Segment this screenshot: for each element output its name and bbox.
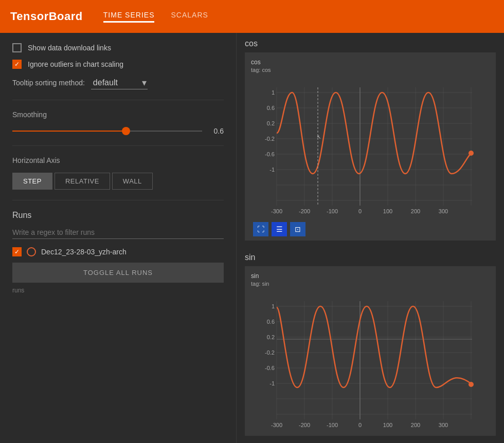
svg-text:100: 100 (383, 208, 392, 214)
smoothing-value: 0.6 (208, 127, 224, 135)
slider-thumb[interactable] (122, 127, 130, 135)
cos-expand-btn[interactable]: ⛶ (253, 222, 268, 236)
cos-chart-svg: 1 0.6 0.2 -0.2 -0.6 -1 -300 -200 -100 (251, 77, 477, 216)
logo: TensorBoard (10, 10, 83, 23)
smoothing-section: Smoothing 0.6 (12, 110, 224, 146)
svg-text:-0.2: -0.2 (265, 349, 275, 356)
nav-item-timeseries[interactable]: TIME SERIES (103, 11, 155, 23)
runs-title: Runs (12, 211, 224, 220)
svg-text:-0.2: -0.2 (265, 136, 275, 142)
cos-list-btn[interactable]: ☰ (272, 222, 287, 236)
run-item: Dec12_23-28-03_yzh-arch (12, 247, 224, 256)
show-download-checkbox[interactable] (12, 43, 22, 52)
ignore-outliers-label: Ignore outliers in chart scaling (28, 60, 123, 68)
svg-text:200: 200 (411, 208, 420, 214)
svg-text:0: 0 (358, 422, 362, 428)
sin-chart-svg: 1 0.6 0.2 -0.2 -0.6 -1 -300 -200 -100 (251, 291, 477, 430)
main-layout: Show data download links Ignore outliers… (0, 33, 504, 443)
svg-text:-300: -300 (271, 208, 282, 214)
svg-text:1: 1 (272, 303, 275, 309)
smoothing-slider[interactable] (12, 131, 202, 132)
show-download-row[interactable]: Show data download links (12, 43, 224, 52)
slider-row: 0.6 (12, 127, 224, 135)
content-area: cos cos tag: cos (237, 33, 504, 443)
checkbox-section: Show data download links Ignore outliers… (12, 43, 224, 100)
svg-text:0.6: 0.6 (267, 105, 275, 111)
axis-buttons: STEP RELATIVE WALL (12, 173, 224, 190)
svg-text:200: 200 (411, 422, 420, 428)
svg-text:0: 0 (358, 208, 362, 214)
runs-section: Runs Dec12_23-28-03_yzh-arch TOGGLE ALL … (12, 211, 224, 294)
cos-chart-section: cos cos tag: cos (237, 33, 504, 247)
header: TensorBoard TIME SERIES SCALARS (0, 0, 504, 33)
svg-text:0.6: 0.6 (267, 319, 275, 325)
svg-text:0.2: 0.2 (267, 120, 275, 126)
run-color-dot (27, 247, 36, 256)
runs-footer: runs (12, 287, 224, 294)
show-download-label: Show data download links (28, 44, 111, 52)
svg-text:-100: -100 (327, 422, 338, 428)
tooltip-select[interactable]: default ascending descending (91, 76, 148, 89)
toggle-all-button[interactable]: TOGGLE ALL RUNS (12, 263, 224, 283)
sin-inner-tag: tag: sin (251, 281, 490, 287)
sin-chart-svg-wrap: 1 0.6 0.2 -0.2 -0.6 -1 -300 -200 -100 (251, 291, 490, 432)
nav-item-scalars[interactable]: SCALARS (171, 11, 208, 23)
svg-text:300: 300 (439, 422, 448, 428)
sin-section-title: sin (245, 253, 496, 262)
sin-inner-title: sin (251, 272, 490, 280)
smoothing-title: Smoothing (12, 110, 224, 119)
svg-text:0.2: 0.2 (267, 334, 275, 340)
svg-text:-100: -100 (327, 208, 338, 214)
tooltip-row: Tooltip sorting method: default ascendin… (12, 76, 224, 89)
svg-text:-300: -300 (271, 422, 282, 428)
ignore-outliers-row[interactable]: Ignore outliers in chart scaling (12, 60, 224, 69)
tooltip-select-wrapper: default ascending descending ▾ (91, 76, 148, 89)
svg-text:100: 100 (383, 422, 392, 428)
axis-title: Horizontal Axis (12, 156, 224, 164)
svg-text:-1: -1 (269, 167, 275, 173)
svg-text:-1: -1 (269, 380, 275, 386)
run-checkbox[interactable] (12, 247, 22, 256)
run-name: Dec12_23-28-03_yzh-arch (41, 248, 127, 256)
list-icon: ☰ (276, 225, 283, 233)
sin-chart-section: sin sin tag: sin (237, 247, 504, 442)
ignore-outliers-checkbox[interactable] (12, 60, 22, 69)
nav: TIME SERIES SCALARS (103, 11, 208, 23)
cos-chart-container: cos tag: cos (245, 52, 496, 241)
svg-text:-0.6: -0.6 (265, 365, 275, 371)
axis-btn-wall[interactable]: WALL (112, 173, 153, 190)
tooltip-label: Tooltip sorting method: (12, 79, 85, 87)
cos-inner-tag: tag: cos (251, 67, 490, 73)
sin-chart-container: sin tag: sin (245, 266, 496, 436)
axis-btn-relative[interactable]: RELATIVE (55, 173, 110, 190)
expand-icon: ⛶ (257, 225, 264, 233)
axis-section: Horizontal Axis STEP RELATIVE WALL (12, 156, 224, 200)
svg-point-64 (469, 382, 474, 387)
svg-text:↖: ↖ (317, 134, 321, 140)
cos-chart-svg-wrap: 1 0.6 0.2 -0.2 -0.6 -1 -300 -200 -100 (251, 77, 490, 218)
svg-text:-200: -200 (299, 208, 310, 214)
axis-btn-step[interactable]: STEP (12, 173, 52, 190)
cos-chart-toolbar: ⛶ ☰ ⊡ (251, 222, 490, 236)
cos-section-title: cos (245, 39, 496, 48)
svg-text:1: 1 (272, 89, 275, 96)
slider-fill (12, 131, 126, 132)
cos-inner-title: cos (251, 59, 490, 66)
svg-text:300: 300 (439, 208, 448, 214)
svg-text:-0.6: -0.6 (265, 151, 275, 157)
svg-text:-200: -200 (299, 422, 310, 428)
select-icon: ⊡ (295, 225, 301, 233)
filter-runs-input[interactable] (12, 226, 224, 239)
svg-point-30 (469, 151, 474, 156)
sidebar: Show data download links Ignore outliers… (0, 33, 237, 443)
cos-select-btn[interactable]: ⊡ (290, 222, 305, 236)
